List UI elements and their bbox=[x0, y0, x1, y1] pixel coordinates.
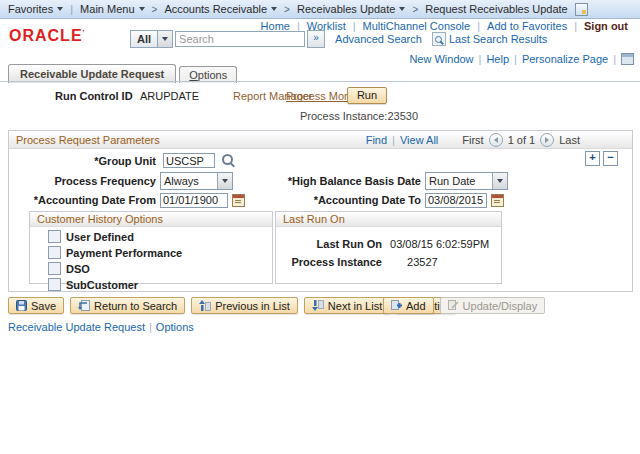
checkbox-label: DSO bbox=[66, 263, 90, 275]
link-divider: | bbox=[479, 53, 482, 65]
process-instance-text: Process Instance:23530 bbox=[300, 110, 418, 122]
new-window-icon[interactable] bbox=[621, 53, 634, 65]
last-run-on-title: Last Run On bbox=[283, 213, 345, 225]
calendar-icon[interactable] bbox=[232, 194, 245, 207]
calendar-icon[interactable] bbox=[491, 194, 504, 207]
favorites-label: Favorites bbox=[8, 3, 53, 15]
group-box-title: Process Request Parameters bbox=[16, 134, 160, 146]
previous-in-list-icon bbox=[199, 300, 211, 311]
first-label: First bbox=[462, 134, 483, 146]
save-icon bbox=[16, 300, 27, 311]
search-input[interactable] bbox=[175, 31, 305, 47]
high-balance-select[interactable]: Run Date bbox=[425, 172, 508, 190]
add-button[interactable]: Add bbox=[383, 297, 434, 314]
accounting-date-to-input[interactable] bbox=[425, 193, 487, 208]
checkbox-row: Payment Performance bbox=[48, 246, 272, 259]
save-button[interactable]: Save bbox=[8, 297, 64, 314]
advanced-search-link[interactable]: Advanced Search bbox=[335, 33, 422, 45]
link-divider: | bbox=[149, 321, 152, 333]
peoplesoft-page: Favorites | Main Menu > Accounts Receiva… bbox=[0, 0, 640, 454]
record-navigation: Find | View All First 1 of 1 Last bbox=[366, 131, 580, 148]
process-frequency-value: Always bbox=[161, 175, 217, 187]
search-go-button[interactable]: » bbox=[307, 30, 325, 48]
previous-page-icon[interactable] bbox=[489, 133, 503, 147]
group-box-header: Process Request Parameters Find | View A… bbox=[9, 131, 632, 149]
return-to-search-icon bbox=[78, 300, 90, 311]
crumb-label: Request Receivables Update bbox=[425, 3, 567, 15]
chevron-down-icon bbox=[57, 7, 63, 11]
checkbox-row: SubCustomer bbox=[48, 278, 272, 291]
next-page-icon[interactable] bbox=[540, 133, 554, 147]
group-box-header: Last Run On bbox=[276, 212, 501, 227]
payment-performance-checkbox[interactable] bbox=[48, 246, 61, 259]
checkbox-label: User Defined bbox=[66, 231, 134, 243]
crumb-label: Accounts Receivable bbox=[164, 3, 267, 15]
form-row-group-unit: *Group Unit bbox=[9, 153, 632, 169]
run-control-id-value: ARUPDATE bbox=[140, 90, 199, 102]
subcustomer-checkbox[interactable] bbox=[48, 278, 61, 291]
last-label: Last bbox=[559, 134, 580, 146]
breadcrumb-separator: > bbox=[284, 4, 290, 15]
oracle-logo: ORACLEʼ bbox=[9, 27, 86, 45]
footer-link-receivable-update-request[interactable]: Receivable Update Request bbox=[8, 321, 145, 333]
search-scope-value: All bbox=[131, 33, 157, 45]
breadcrumb: Favorites | Main Menu > Accounts Receiva… bbox=[0, 0, 640, 19]
toolbar-right: Add Update/Display bbox=[383, 297, 545, 314]
process-request-parameters-box: Process Request Parameters Find | View A… bbox=[8, 130, 633, 292]
customer-history-options-box: Customer History Options User Defined Pa… bbox=[29, 211, 273, 284]
run-button[interactable]: Run bbox=[347, 87, 387, 104]
new-window-link[interactable]: New Window bbox=[409, 53, 473, 65]
next-in-list-button[interactable]: Next in List bbox=[304, 297, 390, 314]
next-in-list-label: Next in List bbox=[328, 300, 382, 312]
chevron-down-icon bbox=[492, 173, 507, 189]
favorites-menu[interactable]: Favorites bbox=[8, 3, 63, 15]
link-divider: | bbox=[392, 134, 395, 146]
form-row-frequency: Process Frequency Always *High Balance B… bbox=[9, 172, 632, 189]
find-link[interactable]: Find bbox=[366, 134, 387, 146]
breadcrumb-page-icon[interactable] bbox=[575, 3, 588, 16]
process-frequency-select[interactable]: Always bbox=[160, 172, 233, 190]
return-to-search-label: Return to Search bbox=[94, 300, 177, 312]
user-defined-checkbox[interactable] bbox=[48, 230, 61, 243]
page-count: 1 of 1 bbox=[508, 134, 536, 146]
footer-links: Receivable Update Request | Options bbox=[8, 321, 194, 333]
process-frequency-label: Process Frequency bbox=[9, 175, 156, 187]
view-all-link[interactable]: View All bbox=[400, 134, 438, 146]
lookup-icon[interactable] bbox=[222, 154, 233, 165]
group-unit-input[interactable] bbox=[163, 153, 215, 168]
checkbox-row: User Defined bbox=[48, 230, 272, 243]
checkbox-row: DSO bbox=[48, 262, 272, 275]
dso-checkbox[interactable] bbox=[48, 262, 61, 275]
search-scope-select[interactable]: All bbox=[130, 30, 173, 48]
main-menu[interactable]: Main Menu bbox=[80, 3, 144, 15]
crumb-request-receivables-update[interactable]: Request Receivables Update bbox=[425, 3, 567, 15]
link-divider: | bbox=[613, 53, 616, 65]
chevron-down-icon bbox=[399, 7, 405, 11]
sign-out-link[interactable]: Sign out bbox=[584, 20, 628, 32]
last-run-row: Last Run On 03/08/15 6:02:59PM bbox=[276, 238, 501, 250]
group-unit-label: *Group Unit bbox=[9, 155, 156, 167]
tab-strip-divider bbox=[0, 81, 640, 82]
help-link[interactable]: Help bbox=[486, 53, 509, 65]
form-row-dates: *Accounting Date From *Accounting Date T… bbox=[9, 192, 632, 208]
process-instance-row: Process Instance 23527 bbox=[276, 256, 501, 268]
customer-history-title: Customer History Options bbox=[37, 213, 163, 225]
previous-in-list-label: Previous in List bbox=[215, 300, 290, 312]
process-instance-label: Process Instance bbox=[276, 256, 382, 268]
crumb-receivables-update[interactable]: Receivables Update bbox=[297, 3, 405, 15]
breadcrumb-separator: > bbox=[152, 4, 158, 15]
checkbox-label: Payment Performance bbox=[66, 247, 182, 259]
chevron-down-icon bbox=[139, 7, 145, 11]
last-run-on-label: Last Run On bbox=[276, 238, 382, 250]
update-display-button[interactable]: Update/Display bbox=[440, 297, 546, 314]
personalize-page-link[interactable]: Personalize Page bbox=[522, 53, 608, 65]
crumb-label: Receivables Update bbox=[297, 3, 395, 15]
last-search-results-link[interactable]: Last Search Results bbox=[449, 33, 547, 45]
footer-link-options[interactable]: Options bbox=[156, 321, 194, 333]
process-instance-value: 23527 bbox=[407, 256, 438, 268]
return-to-search-button[interactable]: Return to Search bbox=[70, 297, 185, 314]
breadcrumb-separator: > bbox=[412, 4, 418, 15]
previous-in-list-button[interactable]: Previous in List bbox=[191, 297, 298, 314]
accounting-date-from-input[interactable] bbox=[160, 193, 228, 208]
crumb-accounts-receivable[interactable]: Accounts Receivable bbox=[164, 3, 277, 15]
